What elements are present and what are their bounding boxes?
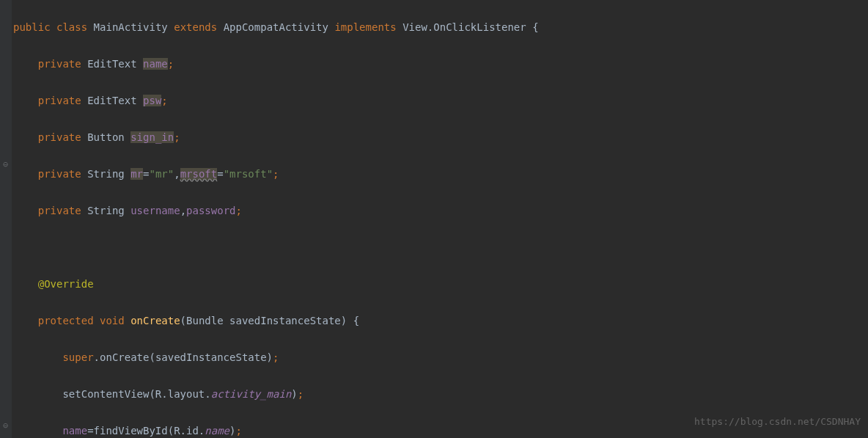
type: View.OnClickListener: [402, 21, 526, 33]
keyword: private: [38, 131, 81, 143]
resource-ref: name: [205, 425, 229, 437]
keyword: public: [13, 21, 51, 33]
type: EditText: [87, 58, 136, 70]
field: name: [143, 58, 168, 70]
keyword: super: [62, 351, 93, 363]
field: sign_in: [130, 131, 174, 143]
semicolon: ;: [235, 425, 241, 437]
keyword: private: [38, 205, 81, 216]
semicolon: ;: [174, 131, 180, 143]
code-line: private EditText name;: [13, 55, 868, 73]
paren: ): [341, 315, 347, 326]
brace: {: [347, 315, 359, 326]
keyword: private: [38, 95, 81, 106]
field: mrsoft: [180, 168, 218, 180]
keyword: extends: [174, 21, 217, 33]
code-line: super.onCreate(savedInstanceState);: [13, 348, 868, 367]
annotation: @Override: [38, 278, 94, 290]
type: String: [87, 168, 125, 180]
code-line: setContentView(R.layout.activity_main);: [13, 385, 868, 404]
watermark: https://blog.csdn.net/CSDNHAY: [694, 412, 861, 431]
field: mr: [130, 168, 143, 180]
keyword: class: [56, 21, 87, 33]
semicolon: ;: [273, 168, 279, 180]
field: name: [62, 425, 87, 437]
keyword: private: [38, 58, 81, 70]
code-line: private EditText psw;: [13, 92, 868, 110]
code-line: public class MainActivity extends AppCom…: [13, 18, 868, 37]
call: onCreate(savedInstanceState): [100, 351, 273, 363]
comma: ,: [174, 168, 180, 180]
brace: {: [526, 21, 539, 33]
keyword: void: [100, 315, 125, 326]
keyword: private: [38, 168, 81, 180]
comma: ,: [180, 205, 186, 216]
operator: =: [217, 168, 223, 180]
resource-ref: activity_main: [211, 388, 292, 400]
code-line: @Override: [13, 275, 868, 293]
paren: (: [180, 315, 186, 326]
type: Bundle: [186, 315, 224, 326]
paren: ): [291, 388, 297, 400]
type: AppCompatActivity: [224, 21, 328, 33]
semicolon: ;: [168, 58, 174, 70]
field: password: [186, 205, 235, 216]
class-name: MainActivity: [94, 21, 168, 33]
fold-marker-icon[interactable]: ⊖: [3, 417, 8, 435]
keyword: protected: [38, 315, 94, 326]
code-editor[interactable]: public class MainActivity extends AppCom…: [0, 0, 868, 438]
string: "mr": [149, 168, 174, 180]
type: String: [87, 205, 125, 216]
type: EditText: [87, 95, 136, 106]
code-line: private String mr="mr",mrsoft="mrsoft";: [13, 165, 868, 183]
code-line: protected void onCreate(Bundle savedInst…: [13, 312, 868, 330]
semicolon: ;: [161, 95, 167, 106]
param: savedInstanceState: [229, 315, 341, 326]
gutter: ⊖ ⊖: [0, 0, 12, 438]
code-line: private Button sign_in;: [13, 128, 868, 147]
code-line: [13, 238, 868, 257]
keyword: implements: [334, 21, 396, 33]
method-name: onCreate: [130, 315, 180, 326]
field: username: [130, 205, 180, 216]
field: psw: [143, 95, 161, 106]
string: "mrsoft": [224, 168, 273, 180]
fold-marker-icon[interactable]: ⊖: [3, 156, 8, 174]
semicolon: ;: [273, 351, 279, 363]
type: Button: [87, 131, 125, 143]
dot: .: [94, 351, 100, 363]
call: setContentView(R.layout.: [62, 388, 210, 400]
code-line: private String username,password;: [13, 202, 868, 220]
call: =findViewById(R.id.: [87, 425, 205, 437]
semicolon: ;: [236, 205, 242, 216]
semicolon: ;: [298, 388, 304, 400]
